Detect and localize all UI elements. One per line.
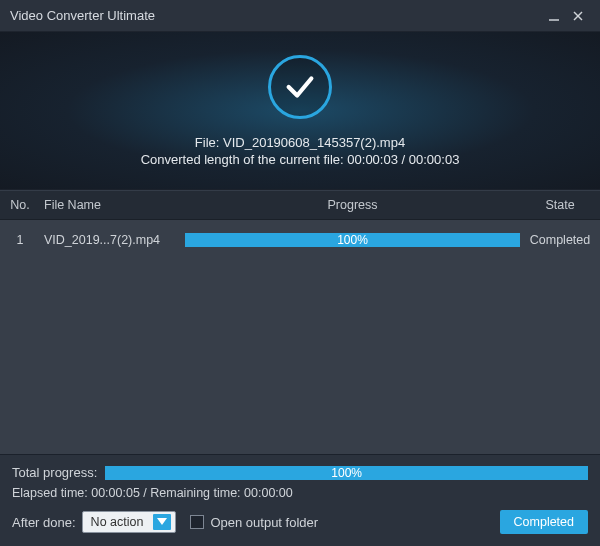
total-progress-bar: 100% (105, 466, 588, 480)
header-filename: File Name (40, 198, 185, 212)
converted-length-label: Converted length of the current file: 00… (141, 152, 460, 167)
success-check-icon (268, 55, 332, 119)
after-done-value: No action (91, 515, 144, 529)
row-no: 1 (0, 233, 40, 247)
window-title: Video Converter Ultimate (10, 8, 155, 23)
footer-controls: After done: No action Open output folder… (12, 510, 588, 534)
row-progress-cell: 100% (185, 233, 520, 247)
status-hero: File: VID_20190608_145357(2).mp4 Convert… (0, 32, 600, 190)
chevron-down-icon (153, 514, 171, 530)
open-output-folder-label: Open output folder (210, 515, 318, 530)
row-filename: VID_2019...7(2).mp4 (40, 233, 185, 247)
row-progress-pct: 100% (185, 233, 520, 247)
after-done-label: After done: (12, 515, 76, 530)
app-window: Video Converter Ultimate File: VID_20190… (0, 0, 600, 546)
titlebar: Video Converter Ultimate (0, 0, 600, 32)
footer: Total progress: 100% Elapsed time: 00:00… (0, 454, 600, 546)
header-progress: Progress (185, 198, 520, 212)
table-row[interactable]: 1 VID_2019...7(2).mp4 100% Completed (0, 220, 600, 260)
total-progress-pct: 100% (105, 466, 588, 480)
completed-button[interactable]: Completed (500, 510, 588, 534)
open-output-folder-checkbox[interactable] (190, 515, 204, 529)
close-button[interactable] (566, 4, 590, 28)
header-no: No. (0, 198, 40, 212)
total-progress-row: Total progress: 100% (12, 465, 588, 480)
current-file-label: File: VID_20190608_145357(2).mp4 (195, 135, 405, 150)
header-state: State (520, 198, 600, 212)
time-line: Elapsed time: 00:00:05 / Remaining time:… (12, 486, 588, 500)
svg-marker-3 (157, 518, 167, 525)
table-header: No. File Name Progress State (0, 190, 600, 220)
minimize-button[interactable] (542, 4, 566, 28)
after-done-select[interactable]: No action (82, 511, 177, 533)
row-progress-bar: 100% (185, 233, 520, 247)
total-progress-label: Total progress: (12, 465, 97, 480)
table-body[interactable]: 1 VID_2019...7(2).mp4 100% Completed (0, 220, 600, 454)
row-state: Completed (520, 233, 600, 247)
